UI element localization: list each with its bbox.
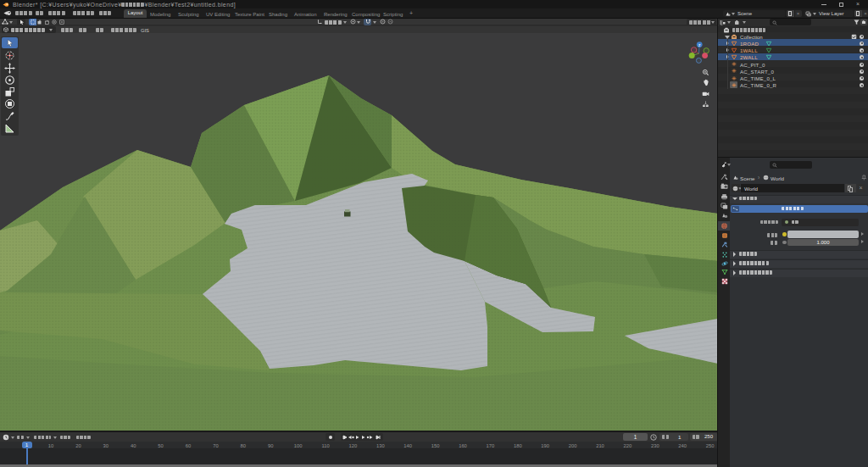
svg-text:z: z bbox=[698, 42, 701, 47]
